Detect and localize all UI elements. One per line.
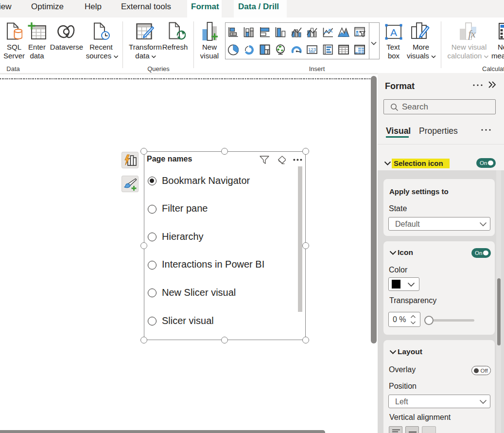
svg-text:fx: fx bbox=[468, 28, 476, 40]
svg-text:A: A bbox=[390, 27, 397, 38]
svg-text:123: 123 bbox=[308, 47, 316, 52]
